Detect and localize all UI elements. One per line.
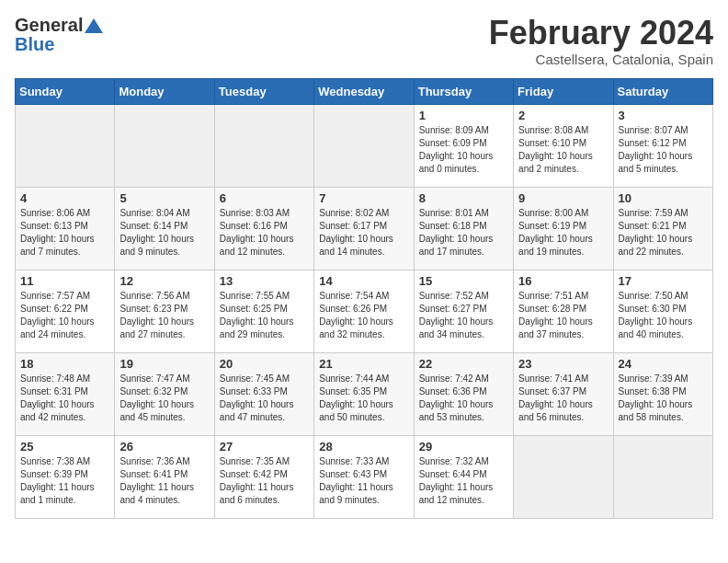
svg-marker-0 [85,18,103,33]
day-number: 2 [518,109,608,122]
day-number: 11 [20,274,109,288]
table-row: 25Sunrise: 7:38 AM Sunset: 6:39 PM Dayli… [16,435,115,518]
day-details: Sunrise: 7:59 AM Sunset: 6:21 PM Dayligh… [619,207,708,259]
table-row: 27Sunrise: 7:35 AM Sunset: 6:42 PM Dayli… [214,435,313,518]
calendar-table: Sunday Monday Tuesday Wednesday Thursday… [15,78,713,519]
day-number: 14 [319,274,408,288]
day-details: Sunrise: 7:41 AM Sunset: 6:37 PM Dayligh… [518,373,608,424]
table-row: 22Sunrise: 7:42 AM Sunset: 6:36 PM Dayli… [414,352,513,435]
header-wednesday: Wednesday [314,78,414,104]
table-row [16,104,115,187]
table-row: 11Sunrise: 7:57 AM Sunset: 6:22 PM Dayli… [16,270,115,352]
day-number: 21 [319,357,408,371]
day-number: 15 [419,274,508,288]
table-row: 15Sunrise: 7:52 AM Sunset: 6:27 PM Dayli… [414,270,513,352]
day-number: 26 [119,440,209,454]
day-details: Sunrise: 7:45 AM Sunset: 6:33 PM Dayligh… [220,373,309,424]
table-row: 29Sunrise: 7:32 AM Sunset: 6:44 PM Dayli… [414,435,513,518]
day-details: Sunrise: 7:56 AM Sunset: 6:23 PM Dayligh… [119,290,209,341]
day-details: Sunrise: 8:09 AM Sunset: 6:09 PM Dayligh… [419,124,508,176]
calendar-week-row: 1Sunrise: 8:09 AM Sunset: 6:09 PM Daylig… [16,104,713,187]
page-header: General Blue February 2024 Castellsera, … [15,15,713,67]
day-number: 7 [319,191,408,205]
day-number: 23 [518,357,608,371]
day-number: 5 [119,191,209,205]
day-number: 18 [20,357,109,371]
table-row: 5Sunrise: 8:04 AM Sunset: 6:14 PM Daylig… [115,187,214,270]
table-row: 6Sunrise: 8:03 AM Sunset: 6:16 PM Daylig… [214,187,313,270]
calendar-week-row: 11Sunrise: 7:57 AM Sunset: 6:22 PM Dayli… [16,270,713,352]
day-number: 8 [419,191,508,205]
header-thursday: Thursday [414,78,513,104]
table-row: 16Sunrise: 7:51 AM Sunset: 6:28 PM Dayli… [514,270,613,352]
day-number: 10 [619,191,708,205]
day-number: 25 [20,440,109,454]
table-row [514,435,613,518]
table-row: 20Sunrise: 7:45 AM Sunset: 6:33 PM Dayli… [214,352,313,435]
table-row: 12Sunrise: 7:56 AM Sunset: 6:23 PM Dayli… [115,270,214,352]
calendar-week-row: 4Sunrise: 8:06 AM Sunset: 6:13 PM Daylig… [16,187,713,270]
day-details: Sunrise: 7:51 AM Sunset: 6:28 PM Dayligh… [518,290,608,341]
day-details: Sunrise: 7:48 AM Sunset: 6:31 PM Dayligh… [20,373,109,424]
table-row: 7Sunrise: 8:02 AM Sunset: 6:17 PM Daylig… [314,187,414,270]
day-number: 22 [419,357,508,371]
table-row: 19Sunrise: 7:47 AM Sunset: 6:32 PM Dayli… [115,352,214,435]
day-number: 29 [419,440,508,454]
day-number: 12 [119,274,209,288]
table-row [613,435,712,518]
logo-blue-text: Blue [15,34,54,55]
day-details: Sunrise: 8:08 AM Sunset: 6:10 PM Dayligh… [518,124,608,176]
table-row: 14Sunrise: 7:54 AM Sunset: 6:26 PM Dayli… [314,270,414,352]
day-details: Sunrise: 7:32 AM Sunset: 6:44 PM Dayligh… [419,455,508,507]
day-details: Sunrise: 7:50 AM Sunset: 6:30 PM Dayligh… [619,290,708,341]
day-details: Sunrise: 7:47 AM Sunset: 6:32 PM Dayligh… [119,373,209,424]
table-row: 18Sunrise: 7:48 AM Sunset: 6:31 PM Dayli… [16,352,115,435]
table-row: 21Sunrise: 7:44 AM Sunset: 6:35 PM Dayli… [314,352,414,435]
day-number: 16 [518,274,608,288]
day-details: Sunrise: 8:06 AM Sunset: 6:13 PM Dayligh… [20,207,109,259]
day-number: 17 [619,274,708,288]
day-number: 13 [220,274,309,288]
day-details: Sunrise: 7:44 AM Sunset: 6:35 PM Dayligh… [319,373,408,424]
day-details: Sunrise: 7:42 AM Sunset: 6:36 PM Dayligh… [419,373,508,424]
day-details: Sunrise: 7:39 AM Sunset: 6:38 PM Dayligh… [619,373,708,424]
day-number: 6 [220,191,309,205]
table-row: 13Sunrise: 7:55 AM Sunset: 6:25 PM Dayli… [214,270,313,352]
table-row: 23Sunrise: 7:41 AM Sunset: 6:37 PM Dayli… [514,352,613,435]
table-row [115,104,214,187]
header-tuesday: Tuesday [214,78,313,104]
calendar-week-row: 25Sunrise: 7:38 AM Sunset: 6:39 PM Dayli… [16,435,713,518]
day-details: Sunrise: 7:57 AM Sunset: 6:22 PM Dayligh… [20,290,109,341]
day-number: 19 [119,357,209,371]
table-row: 1Sunrise: 8:09 AM Sunset: 6:09 PM Daylig… [414,104,513,187]
header-monday: Monday [115,78,214,104]
day-details: Sunrise: 7:36 AM Sunset: 6:41 PM Dayligh… [119,455,209,507]
day-details: Sunrise: 7:35 AM Sunset: 6:42 PM Dayligh… [220,455,309,507]
table-row: 26Sunrise: 7:36 AM Sunset: 6:41 PM Dayli… [115,435,214,518]
table-row: 9Sunrise: 8:00 AM Sunset: 6:19 PM Daylig… [514,187,613,270]
day-details: Sunrise: 8:01 AM Sunset: 6:18 PM Dayligh… [419,207,508,259]
day-number: 1 [419,109,508,122]
day-details: Sunrise: 8:02 AM Sunset: 6:17 PM Dayligh… [319,207,408,259]
header-saturday: Saturday [613,78,712,104]
day-details: Sunrise: 7:38 AM Sunset: 6:39 PM Dayligh… [20,455,109,507]
location-subtitle: Castellsera, Catalonia, Spain [489,52,713,67]
title-block: February 2024 Castellsera, Catalonia, Sp… [489,15,713,67]
day-details: Sunrise: 8:00 AM Sunset: 6:19 PM Dayligh… [518,207,608,259]
table-row: 2Sunrise: 8:08 AM Sunset: 6:10 PM Daylig… [514,104,613,187]
day-details: Sunrise: 7:55 AM Sunset: 6:25 PM Dayligh… [220,290,309,341]
table-row: 3Sunrise: 8:07 AM Sunset: 6:12 PM Daylig… [613,104,712,187]
day-number: 3 [619,109,708,122]
day-number: 9 [518,191,608,205]
header-friday: Friday [514,78,613,104]
day-details: Sunrise: 8:04 AM Sunset: 6:14 PM Dayligh… [119,207,209,259]
day-number: 28 [319,440,408,454]
calendar-week-row: 18Sunrise: 7:48 AM Sunset: 6:31 PM Dayli… [16,352,713,435]
day-number: 24 [619,357,708,371]
header-sunday: Sunday [16,78,115,104]
table-row: 8Sunrise: 8:01 AM Sunset: 6:18 PM Daylig… [414,187,513,270]
table-row: 28Sunrise: 7:33 AM Sunset: 6:43 PM Dayli… [314,435,414,518]
day-details: Sunrise: 7:33 AM Sunset: 6:43 PM Dayligh… [319,455,408,507]
day-number: 20 [220,357,309,371]
day-number: 27 [220,440,309,454]
